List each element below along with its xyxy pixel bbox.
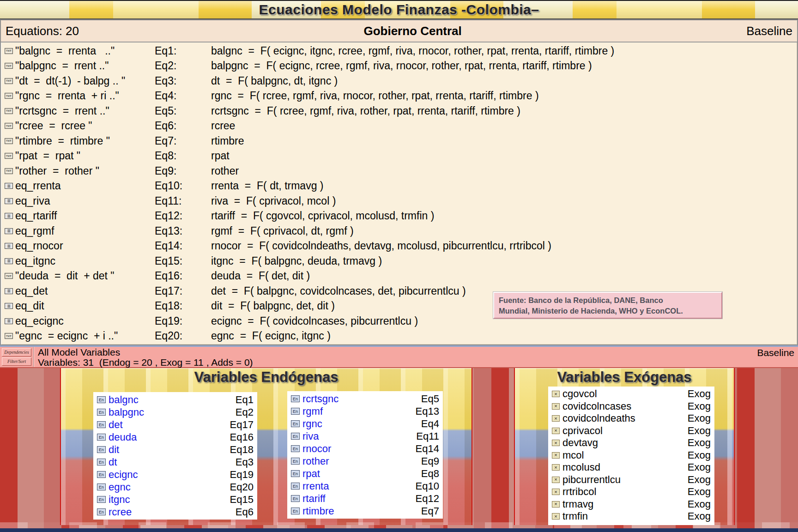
dependencies-button[interactable]: Dependencies <box>2 348 31 357</box>
endogenous-variable-icon[interactable]: En <box>291 445 300 452</box>
variable-name-link[interactable]: cgovcol <box>562 388 597 400</box>
exogenous-variable-icon[interactable]: × <box>552 513 560 520</box>
equation-name-link[interactable]: "dt = dt(-1) - balpg .. " <box>15 75 155 87</box>
variable-name-link[interactable]: mcolusd <box>562 461 600 473</box>
variable-name-link[interactable]: devtavg <box>562 437 598 449</box>
equation-name-link[interactable]: "balpgnc = rrent .." <box>15 60 155 72</box>
equation-name-link[interactable]: eq_det <box>15 285 155 297</box>
equation-name-link[interactable]: "rtimbre = rtimbre " <box>15 135 155 147</box>
exogenous-variable-icon[interactable]: × <box>552 501 560 508</box>
endogenous-variable-icon[interactable]: En <box>97 459 106 466</box>
variable-name-link[interactable]: deuda <box>109 431 137 443</box>
estimated-equation-icon[interactable]: ≡ <box>5 318 13 324</box>
variable-name-link[interactable]: dt <box>109 456 117 468</box>
endogenous-variable-icon[interactable]: En <box>291 495 300 502</box>
estimated-equation-icon[interactable]: ≡ <box>5 288 13 294</box>
endogenous-variable-icon[interactable]: En <box>291 408 300 415</box>
endogenous-variable-icon[interactable]: En <box>97 508 106 515</box>
text-equation-icon[interactable]: TXT <box>5 63 13 69</box>
equation-name-link[interactable]: eq_rrenta <box>15 180 155 192</box>
endogenous-variable-icon[interactable]: En <box>291 508 300 514</box>
equation-name-link[interactable]: "rgnc = rrenta + ri .." <box>15 90 155 102</box>
endogenous-variable-icon[interactable]: En <box>97 446 106 453</box>
equation-name-link[interactable]: "balgnc = rrenta .." <box>15 45 155 57</box>
text-equation-icon[interactable]: TXT <box>5 123 13 129</box>
equation-name-link[interactable]: "egnc = ecignc + i .." <box>15 330 155 342</box>
text-equation-icon[interactable]: TXT <box>5 333 13 339</box>
exogenous-variable-icon[interactable]: × <box>552 391 560 397</box>
variable-name-link[interactable]: rother <box>302 455 329 467</box>
variable-name-link[interactable]: riva <box>302 430 319 442</box>
text-equation-icon[interactable]: TXT <box>5 153 13 159</box>
variable-name-link[interactable]: covidcolndeaths <box>562 412 635 424</box>
equation-name-link[interactable]: eq_itgnc <box>15 255 155 267</box>
variable-name-link[interactable]: itgnc <box>109 494 130 506</box>
variable-name-link[interactable]: trmavg <box>562 498 593 510</box>
variable-name-link[interactable]: pibcurrentlcu <box>562 474 621 486</box>
variable-name-link[interactable]: rcree <box>109 506 132 518</box>
filter-sort-button[interactable]: Filter/Sort <box>2 357 31 366</box>
variable-name-link[interactable]: rtimbre <box>302 505 334 517</box>
variable-name-link[interactable]: covidcolncases <box>562 400 631 412</box>
exogenous-variable-icon[interactable]: × <box>552 428 560 434</box>
text-equation-icon[interactable]: TXT <box>5 108 13 114</box>
exogenous-variable-icon[interactable]: × <box>552 477 560 483</box>
variable-name-link[interactable]: rgnc <box>302 418 322 430</box>
equation-name-link[interactable]: "deuda = dit + det " <box>15 270 155 282</box>
endogenous-variable-icon[interactable]: En <box>97 471 106 478</box>
estimated-equation-icon[interactable]: ≡ <box>5 228 13 234</box>
variable-name-link[interactable]: mcol <box>562 449 584 461</box>
endogenous-variable-icon[interactable]: En <box>97 434 106 441</box>
variable-name-link[interactable]: rrtribcol <box>562 486 596 498</box>
endogenous-variable-icon[interactable]: En <box>291 433 300 440</box>
equation-name-link[interactable]: eq_rnocor <box>15 240 155 252</box>
endogenous-variable-icon[interactable]: En <box>97 421 106 428</box>
variable-name-link[interactable]: trmfin <box>562 510 588 522</box>
exogenous-variable-icon[interactable]: × <box>552 440 560 446</box>
text-equation-icon[interactable]: TXT <box>5 168 13 174</box>
exogenous-variable-icon[interactable]: × <box>552 452 560 459</box>
variable-name-link[interactable]: rpat <box>302 468 320 480</box>
endogenous-variable-icon[interactable]: En <box>291 420 300 427</box>
estimated-equation-icon[interactable]: ≡ <box>5 243 13 249</box>
equation-name-link[interactable]: eq_rgmf <box>15 225 155 237</box>
text-equation-icon[interactable]: TXT <box>5 273 13 279</box>
endogenous-variable-icon[interactable]: En <box>97 396 106 403</box>
variable-name-link[interactable]: rcrtsgnc <box>302 393 339 405</box>
text-equation-icon[interactable]: TXT <box>5 138 13 144</box>
estimated-equation-icon[interactable]: ≡ <box>5 303 13 309</box>
estimated-equation-icon[interactable]: ≡ <box>5 213 13 219</box>
endogenous-variable-icon[interactable]: En <box>291 458 300 465</box>
variable-name-link[interactable]: rnocor <box>302 443 331 455</box>
endogenous-variable-icon[interactable]: En <box>97 484 106 490</box>
equation-name-link[interactable]: "rcrtsgnc = rrent .." <box>15 105 155 117</box>
equation-name-link[interactable]: "rother = rother " <box>15 165 155 177</box>
endogenous-variable-icon[interactable]: En <box>97 496 106 503</box>
variable-name-link[interactable]: rgmf <box>302 405 323 417</box>
equation-name-link[interactable]: eq_dit <box>15 300 155 312</box>
estimated-equation-icon[interactable]: ≡ <box>5 258 13 264</box>
variable-name-link[interactable]: cprivacol <box>562 425 603 437</box>
estimated-equation-icon[interactable]: ≡ <box>5 198 13 204</box>
variable-name-link[interactable]: balpgnc <box>109 406 144 418</box>
equation-name-link[interactable]: "rcree = rcree " <box>15 120 155 132</box>
text-equation-icon[interactable]: TXT <box>5 48 13 54</box>
equation-name-link[interactable]: eq_riva <box>15 195 155 207</box>
exogenous-variable-icon[interactable]: × <box>552 415 560 422</box>
exogenous-variable-icon[interactable]: × <box>552 489 560 495</box>
equation-name-link[interactable]: eq_rtariff <box>15 210 155 222</box>
endogenous-variable-icon[interactable]: En <box>97 409 106 416</box>
estimated-equation-icon[interactable]: ≡ <box>5 183 13 189</box>
equation-name-link[interactable]: eq_ecignc <box>15 315 155 327</box>
text-equation-icon[interactable]: TXT <box>5 93 13 99</box>
variable-name-link[interactable]: rrenta <box>302 480 329 492</box>
exogenous-variable-icon[interactable]: × <box>552 403 560 410</box>
variable-name-link[interactable]: rtariff <box>302 493 326 505</box>
variable-name-link[interactable]: ecignc <box>109 469 138 481</box>
equation-name-link[interactable]: "rpat = rpat " <box>15 150 155 162</box>
variable-name-link[interactable]: balgnc <box>109 394 139 406</box>
variable-name-link[interactable]: det <box>109 419 123 431</box>
variable-name-link[interactable]: dit <box>109 444 119 456</box>
endogenous-variable-icon[interactable]: En <box>291 483 300 490</box>
endogenous-variable-icon[interactable]: En <box>291 395 300 402</box>
